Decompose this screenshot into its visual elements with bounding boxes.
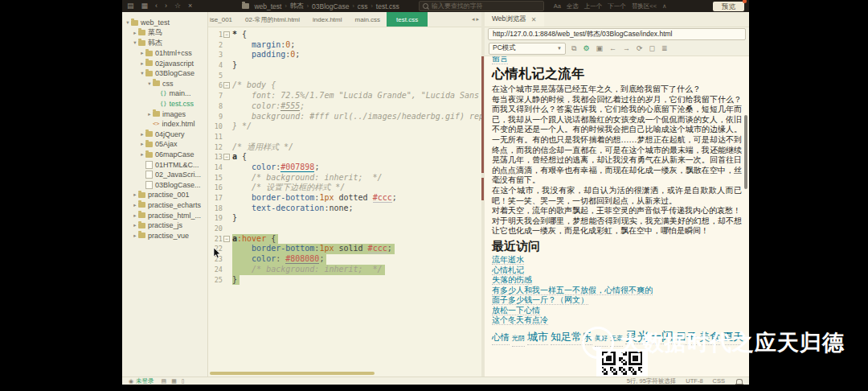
list-icon[interactable]: ▤: [162, 377, 167, 385]
tag-link[interactable]: 心情: [492, 330, 510, 345]
notification-bell-icon[interactable]: [736, 379, 743, 384]
code-line[interactable]: 17 border-bottom:1px dotted #ccc;: [208, 193, 481, 204]
code-line[interactable]: 9 background: #fff url(../images/headerb…: [208, 112, 481, 122]
sidebar-item-01html-c[interactable]: 01HTML&C...: [122, 159, 207, 170]
code-line[interactable]: 25}: [208, 275, 481, 286]
editor-tab-02-html-html[interactable]: 02-常用的html.html: [239, 12, 306, 27]
code-line[interactable]: 19}: [208, 213, 481, 224]
fold-icon[interactable]: [223, 80, 231, 91]
code-line[interactable]: 4}: [208, 60, 481, 71]
recent-link[interactable]: 放松一下心情: [492, 306, 540, 315]
code-line[interactable]: 3 padding:0;: [208, 50, 481, 60]
sidebar-item-02javascript[interactable]: ▸02javascript: [122, 58, 207, 68]
sidebar-item-03blogcase[interactable]: 03BlogCase...: [122, 180, 207, 191]
editor-tab-main-css[interactable]: main.css: [349, 12, 387, 27]
recent-link[interactable]: 有多少人和我一样五一不放假，心情很不爽的: [492, 286, 653, 295]
sidebar-item-i2[interactable]: ▾韩杰: [122, 38, 207, 48]
editor-tab-ise-001[interactable]: ise_001: [208, 12, 239, 27]
settings-icon[interactable]: ⚙: [583, 41, 589, 56]
find-control-toggle[interactable]: 全选: [567, 2, 579, 10]
sidebar-item-main[interactable]: {}main...: [122, 88, 207, 99]
search-input[interactable]: 输入要查找的字符: [419, 1, 544, 11]
code-line[interactable]: 12/* 通用样式 */: [208, 142, 481, 153]
url-input[interactable]: [488, 28, 746, 40]
recent-link[interactable]: 面子多少钱一斤？（网文）: [492, 295, 588, 305]
code-line[interactable]: 22 border-bottom:1px solid #ccc;: [208, 244, 481, 254]
tag-link[interactable]: 光阴: [512, 331, 525, 347]
sidebar-item-practise-echarts[interactable]: ▸practise_echarts: [122, 200, 207, 211]
preview-button[interactable]: 预览: [713, 2, 744, 11]
sidebar-item-05ajax[interactable]: ▸05Ajax: [122, 139, 207, 150]
breadcrumb-item[interactable]: css: [358, 2, 368, 10]
find-control-toggle[interactable]: 下一个: [608, 2, 626, 10]
code-line[interactable]: 23 color: #808080;: [208, 254, 481, 265]
find-control-aa[interactable]: Aa: [554, 2, 561, 10]
breadcrumb[interactable]: web_test›韩杰›03BlogCase›css›test.css: [242, 2, 399, 11]
phone-icon[interactable]: ▯: [182, 377, 185, 385]
code-line[interactable]: 2 margin:0;: [208, 40, 481, 51]
open-external-icon[interactable]: ⧉: [571, 41, 576, 56]
recent-link[interactable]: 流年逝水: [492, 255, 524, 265]
menu-icon[interactable]: ≣: [661, 41, 668, 56]
fold-icon[interactable]: [223, 152, 231, 163]
breadcrumb-item[interactable]: web_test: [254, 2, 281, 10]
back-icon[interactable]: ←: [609, 41, 616, 56]
find-control-toggle[interactable]: 上一个: [584, 2, 603, 10]
sidebar-item-practise-001[interactable]: ▸practise_001: [122, 190, 207, 200]
code-line[interactable]: 21a:hover {: [208, 234, 481, 245]
lock-icon[interactable]: ◻: [649, 41, 655, 56]
layout-icon[interactable]: ▦: [171, 377, 177, 385]
breadcrumb-item[interactable]: 韩杰: [290, 2, 304, 11]
code-line[interactable]: 7 font: 72.5%/1.7em "Lucida Grande", "Lu…: [208, 91, 481, 101]
login-status[interactable]: ◉ 未登录: [129, 377, 154, 385]
sidebar-item-i1[interactable]: ▸菜鸟: [122, 28, 207, 39]
sidebar-item-04jquery[interactable]: ▸04jQuery: [122, 130, 207, 140]
code-line[interactable]: 20: [208, 224, 481, 234]
sidebar-item-practise-vue[interactable]: ▸practise_vue: [122, 230, 207, 241]
code-line[interactable]: 24 /* background: inherit; */: [208, 265, 481, 275]
sidebar-item-01html-css[interactable]: ▸01html+css: [122, 48, 207, 59]
tab-scroll-arrows[interactable]: ◂ ▸: [472, 12, 481, 27]
editor-tab-index-html[interactable]: index.html: [306, 12, 348, 27]
tag-link[interactable]: 城市: [527, 330, 548, 345]
new-file-icon[interactable]: ▤: [127, 0, 134, 12]
sidebar-item-css[interactable]: ▾css: [122, 79, 207, 89]
forward-icon[interactable]: →: [623, 41, 630, 56]
code-line[interactable]: 14 color:#007898;: [208, 163, 481, 173]
close-tab-icon[interactable]: ✕: [531, 16, 537, 23]
horizontal-scrollbar[interactable]: [210, 372, 375, 375]
sidebar-item-test-css[interactable]: {}test.css: [122, 99, 207, 109]
sidebar-item-index-html[interactable]: <>index.html: [122, 119, 207, 130]
find-control-toggle[interactable]: 替换区<<: [632, 2, 657, 10]
back-icon[interactable]: ‹: [155, 0, 158, 12]
forward-icon[interactable]: ›: [165, 0, 167, 12]
code-line[interactable]: 10} */: [208, 121, 481, 132]
code-line[interactable]: 5: [208, 71, 481, 81]
code-line[interactable]: 8 color:#555;: [208, 101, 481, 112]
code-line[interactable]: 18 text-decoration:none;: [208, 204, 481, 214]
breadcrumb-item[interactable]: test.css: [376, 2, 399, 10]
sidebar-item-02-javascri[interactable]: 02_JavaScri...: [122, 170, 207, 180]
save-icon[interactable]: ▦: [141, 0, 149, 12]
code-line[interactable]: 13a {: [208, 152, 481, 163]
guestbook-link[interactable]: 留言: [492, 56, 508, 64]
code-line[interactable]: 15 /* background: inherit; */: [208, 173, 481, 183]
code-line[interactable]: 11: [208, 132, 481, 142]
star-icon[interactable]: ☆: [174, 0, 181, 12]
code-line[interactable]: 6/* body {: [208, 80, 481, 91]
fold-icon[interactable]: [223, 30, 231, 40]
editor-tab-test-css[interactable]: test.css: [387, 12, 428, 27]
code-editor[interactable]: 1* {2 margin:0;3 padding:0;4}56/* body {…: [208, 27, 481, 377]
recent-link[interactable]: 心情札记: [492, 265, 524, 275]
recent-link[interactable]: 这个冬天有点冷: [492, 315, 548, 325]
code-line[interactable]: 1* {: [208, 30, 481, 40]
find-control-toggle[interactable]: ∧: [662, 2, 667, 10]
sidebar-item-practise-html[interactable]: ▸practise_html_...: [122, 210, 207, 220]
sidebar-item-images[interactable]: ▸images: [122, 109, 207, 119]
refresh-icon[interactable]: ⟳: [637, 41, 643, 56]
sidebar-item-06mapcase[interactable]: ▸06mapCase: [122, 150, 207, 160]
sidebar-item-practise-js[interactable]: ▸practise_js: [122, 220, 207, 231]
fold-icon[interactable]: [223, 234, 231, 245]
screenshot-icon[interactable]: ▣: [596, 41, 604, 56]
close-icon[interactable]: ×: [188, 0, 192, 12]
